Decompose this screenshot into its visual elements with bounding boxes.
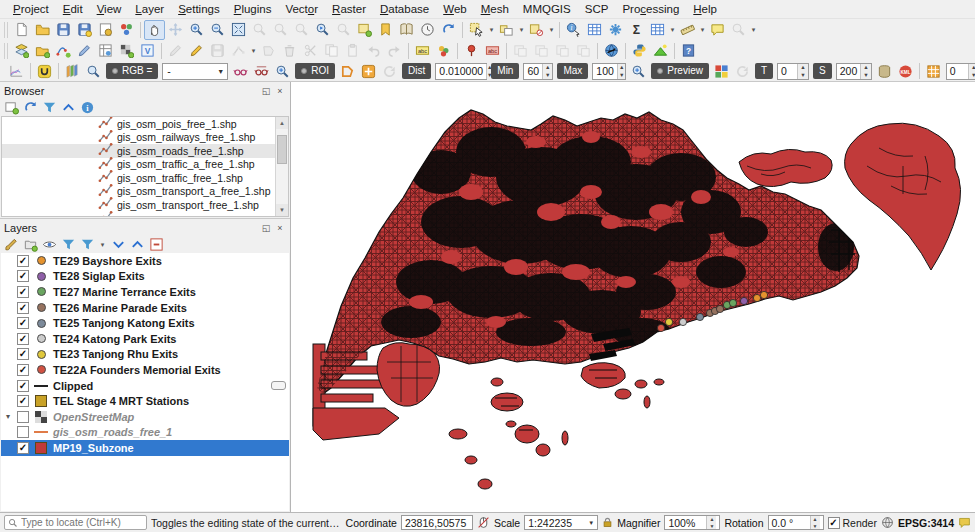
menu-view[interactable]: View (90, 2, 129, 16)
layer-diagram-button[interactable] (433, 41, 454, 61)
layer-row[interactable]: ✓TE28 Siglap Exits (1, 269, 289, 285)
filter-legend-button[interactable] (60, 237, 76, 252)
export-kml-button[interactable]: KML (895, 61, 916, 81)
band-calc-button[interactable] (83, 61, 104, 81)
undo-button[interactable] (363, 41, 384, 61)
raster-calculator-button[interactable] (650, 41, 671, 61)
layer-row[interactable]: gis_osm_roads_free_1 (1, 425, 289, 441)
layer-visibility-checkbox[interactable]: ✓ (17, 348, 29, 360)
add-wms-layer-button[interactable] (95, 41, 116, 61)
statistical-summary-button[interactable]: Σ (626, 20, 647, 40)
menu-processing[interactable]: Processing (615, 2, 686, 16)
layers-close-button[interactable]: × (274, 222, 286, 234)
menu-plugins[interactable]: Plugins (227, 2, 279, 16)
zoom-last-button[interactable] (312, 20, 333, 40)
identify-features-button[interactable]: i (563, 20, 584, 40)
browser-item[interactable]: gis_osm_transport_a_free_1.shp (2, 185, 288, 199)
select-features-dropdown[interactable]: ▾ (487, 20, 496, 40)
layer-visibility-checkbox[interactable]: ✓ (17, 270, 29, 282)
new-spatial-bookmark-button[interactable] (375, 20, 396, 40)
scale-combo[interactable]: 1:242235▼ (524, 515, 598, 530)
new-project-button[interactable] (11, 20, 32, 40)
add-vector-layer-button[interactable] (32, 41, 53, 61)
zoom-to-layer-button[interactable] (270, 20, 291, 40)
layer-row[interactable]: ▾OpenStreetMap (1, 409, 289, 425)
zoom-native-resolution-button[interactable] (291, 20, 312, 40)
collapse-all-button[interactable] (129, 237, 145, 252)
attribute-table-views-dropdown[interactable]: ▾ (668, 20, 677, 40)
layer-visibility-checkbox[interactable]: ✓ (17, 442, 29, 454)
zoom-to-roi-button[interactable] (272, 61, 293, 81)
roi-max-width-input[interactable]: 100▲▼ (592, 63, 626, 80)
show-bookmarks-button[interactable] (396, 20, 417, 40)
paste-features-button[interactable] (342, 41, 363, 61)
activate-roi-pointer-button[interactable] (358, 61, 379, 81)
new-map-view-button[interactable] (354, 20, 375, 40)
add-feature-button[interactable] (228, 41, 249, 61)
menu-help[interactable]: Help (686, 2, 724, 16)
coordinate-input[interactable]: 23816,50575 (401, 515, 473, 530)
layer-row[interactable]: ✓TE24 Katong Park Exits (1, 331, 289, 347)
layer-row[interactable]: ✓TE22A Founders Memorial Exits (1, 362, 289, 378)
layer-visibility-checkbox[interactable]: ✓ (17, 333, 29, 345)
messages-icon[interactable] (958, 516, 971, 529)
layer-visibility-checkbox[interactable]: ✓ (17, 255, 29, 267)
annotation-button[interactable] (461, 41, 482, 61)
layer-visibility-checkbox[interactable]: ✓ (17, 395, 29, 407)
browser-item[interactable]: gis_osm_traffic_a_free_1.shp (2, 158, 288, 172)
menu-mmqgis[interactable]: MMQGIS (516, 2, 578, 16)
menu-web[interactable]: Web (436, 2, 473, 16)
add-selected-layers-button[interactable] (3, 100, 19, 115)
new-geopackage-layer-button[interactable] (74, 41, 95, 61)
paste-layer-button[interactable] (573, 41, 594, 61)
select-by-value-dropdown[interactable]: ▾ (517, 20, 526, 40)
temporal-controller-button[interactable] (417, 20, 438, 40)
scp-plugin-button[interactable] (34, 61, 55, 81)
layer-row[interactable]: ✓TE26 Marine Parade Exits (1, 300, 289, 316)
expander-icon[interactable]: ▾ (3, 412, 13, 421)
magnifier-input[interactable]: 100%▲▼ (664, 515, 720, 530)
properties-button[interactable]: i (79, 100, 95, 115)
zoom-to-preview-button[interactable] (628, 61, 649, 81)
local-cumulative-cut-stretch-button[interactable] (230, 61, 251, 81)
deselect-features-button[interactable] (526, 20, 547, 40)
map-canvas[interactable] (291, 82, 975, 512)
layer-visibility-checkbox[interactable]: ✓ (17, 317, 29, 329)
layer-visibility-checkbox[interactable]: ✓ (17, 302, 29, 314)
map-tips-button[interactable] (707, 20, 728, 40)
zoom-in-button[interactable] (186, 20, 207, 40)
menu-scp[interactable]: SCP (578, 2, 616, 16)
crs-status[interactable]: EPSG:3414 (898, 517, 954, 529)
roi-distance-input[interactable]: 0.010000▲▼ (435, 63, 487, 80)
open-attribute-table-button[interactable] (584, 20, 605, 40)
toggle-editing-button[interactable] (186, 41, 207, 61)
browser-item[interactable]: gis_osm_railways_free_1.shp (2, 131, 288, 145)
menu-edit[interactable]: Edit (56, 2, 90, 16)
create-roi-polygon-button[interactable] (337, 61, 358, 81)
render-checkbox[interactable]: ✓Render (828, 517, 877, 529)
menu-project[interactable]: Project (6, 2, 56, 16)
save-project-button[interactable] (53, 20, 74, 40)
scp-database-button[interactable] (874, 61, 895, 81)
paste-style-button[interactable] (531, 41, 552, 61)
collapse-all-button[interactable] (60, 100, 76, 115)
layer-indicator-badge[interactable] (271, 381, 286, 390)
browser-item[interactable]: gis_osm_traffic_free_1.shp (2, 171, 288, 185)
zoom-full-extent-button[interactable] (228, 20, 249, 40)
preview-transparency-input[interactable]: 0▲▼ (777, 63, 809, 80)
menu-vector[interactable]: Vector (278, 2, 325, 16)
zoom-next-button[interactable] (333, 20, 354, 40)
menu-database[interactable]: Database (373, 2, 436, 16)
refresh-button[interactable] (22, 100, 38, 115)
quickmapservices-button[interactable] (601, 41, 622, 61)
add-feature-dropdown[interactable]: ▾ (249, 41, 258, 61)
plugin-help-button[interactable]: ? (678, 41, 699, 61)
locator-box[interactable] (4, 515, 147, 530)
label-toolbar-button[interactable]: abc (482, 41, 503, 61)
copy-features-button[interactable] (321, 41, 342, 61)
menu-mesh[interactable]: Mesh (474, 2, 516, 16)
filter-by-expression-button[interactable] (79, 237, 95, 252)
delete-selected-button[interactable] (279, 41, 300, 61)
toolbar-drag-handle[interactable] (4, 43, 9, 59)
browser-item[interactable]: gis_osm_pois_free_1.shp (2, 117, 288, 131)
